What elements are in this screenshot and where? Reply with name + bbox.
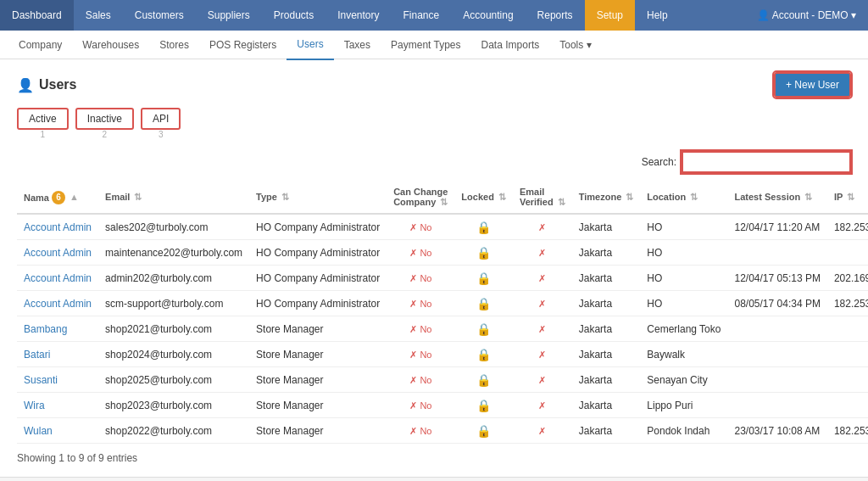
cell-timezone: Jakarta — [572, 291, 641, 316]
nav-accounting[interactable]: Accounting — [451, 0, 525, 31]
subnav-pos-registers[interactable]: POS Registers — [199, 31, 287, 59]
cell-email-verified: ✗ — [513, 240, 572, 266]
sort-icon-can-change[interactable]: ⇅ — [440, 197, 448, 207]
cell-email: shop2023@turboly.com — [98, 393, 249, 418]
search-input[interactable] — [682, 151, 851, 173]
sort-icon-type[interactable]: ⇅ — [281, 192, 289, 202]
cell-latest-session: 12/04/17 11:20 AM — [727, 214, 826, 240]
filter-inactive-wrapper: Inactive 2 — [75, 108, 134, 139]
table-row: Account Admin sales202@turboly.com HO Co… — [17, 214, 868, 240]
footer: Terms & Conditions turboly — [0, 477, 868, 481]
col-ip: IP ⇅ — [827, 182, 868, 214]
subnav-company[interactable]: Company — [8, 31, 72, 59]
cell-location: Lippo Puri — [640, 393, 727, 418]
x-icon-email-verified: ✗ — [538, 400, 546, 411]
sort-icon-email[interactable]: ⇅ — [134, 192, 142, 202]
cell-ip — [827, 342, 868, 367]
cell-ip — [827, 240, 868, 266]
subnav-tools[interactable]: Tools ▾ — [549, 31, 601, 59]
cell-locked: 🔒 — [454, 367, 513, 393]
cell-locked: 🔒 — [454, 291, 513, 316]
subnav-payment-types[interactable]: Payment Types — [381, 31, 471, 59]
no-text-can-change: No — [420, 400, 431, 411]
nav-suppliers[interactable]: Suppliers — [196, 0, 262, 31]
cell-type: HO Company Administrator — [249, 291, 387, 316]
nav-reports[interactable]: Reports — [526, 0, 585, 31]
cell-email-verified: ✗ — [513, 316, 572, 342]
cell-timezone: Jakarta — [572, 214, 641, 240]
sort-icon-ip[interactable]: ⇅ — [847, 192, 854, 202]
nav-dashboard[interactable]: Dashboard — [0, 0, 74, 31]
cell-latest-session — [727, 393, 826, 418]
filter-row: Active 1 Inactive 2 API 3 — [17, 108, 851, 139]
col-email: Email ⇅ — [98, 182, 249, 214]
x-icon-can-change: ✗ — [409, 375, 417, 385]
search-row: Search: — [17, 151, 851, 173]
cell-can-change: ✗ No — [387, 291, 454, 316]
nav-customers[interactable]: Customers — [123, 0, 196, 31]
sort-icon-email-verified[interactable]: ⇅ — [558, 197, 565, 207]
filter-active-button[interactable]: Active — [17, 108, 69, 130]
cell-email: shop2021@turboly.com — [98, 316, 249, 342]
cell-latest-session: 12/04/17 05:13 PM — [727, 266, 826, 291]
cell-can-change: ✗ No — [387, 342, 454, 367]
no-text-can-change: No — [420, 222, 431, 232]
table-row: Batari shop2024@turboly.com Store Manage… — [17, 342, 868, 367]
cell-name: Account Admin — [17, 291, 98, 316]
nav-inventory[interactable]: Inventory — [326, 0, 391, 31]
check-icon-locked: 🔒 — [476, 246, 491, 260]
cell-email-verified: ✗ — [513, 291, 572, 316]
cell-latest-session — [727, 316, 826, 342]
top-nav: Dashboard Sales Customers Suppliers Prod… — [0, 0, 868, 31]
nav-help[interactable]: Help — [635, 0, 680, 31]
cell-name: Account Admin — [17, 240, 98, 266]
cell-name: Wulan — [17, 418, 98, 444]
subnav-data-imports[interactable]: Data Imports — [471, 31, 550, 59]
new-user-button[interactable]: + New User — [774, 72, 851, 98]
subnav-stores[interactable]: Stores — [149, 31, 199, 59]
x-icon-email-verified: ✗ — [538, 426, 546, 436]
cell-ip: 202.169.47.210 — [827, 266, 868, 291]
filter-inactive-button[interactable]: Inactive — [75, 108, 134, 130]
table-row: Account Admin admin202@turboly.com HO Co… — [17, 266, 868, 291]
cell-ip: 182.253.212.5 — [827, 291, 868, 316]
col-latest-session: Latest Session ⇅ — [727, 182, 826, 214]
sort-icon-location[interactable]: ⇅ — [690, 192, 698, 202]
cell-timezone: Jakarta — [572, 316, 641, 342]
cell-type: HO Company Administrator — [249, 240, 387, 266]
sort-icon-locked[interactable]: ⇅ — [498, 192, 506, 202]
x-icon-can-change: ✗ — [409, 350, 417, 360]
nav-products[interactable]: Products — [262, 0, 326, 31]
cell-location: Pondok Indah — [640, 418, 727, 444]
nav-setup[interactable]: Setup — [585, 0, 635, 31]
table-header-row: Nama 6 ▲ Email ⇅ Type ⇅ Can ChangeCompan… — [17, 182, 868, 214]
no-text-can-change: No — [420, 324, 431, 334]
check-icon-locked: 🔒 — [476, 373, 491, 387]
cell-timezone: Jakarta — [572, 240, 641, 266]
cell-ip — [827, 316, 868, 342]
cell-locked: 🔒 — [454, 266, 513, 291]
sort-icon-nama[interactable]: ▲ — [70, 192, 79, 202]
cell-locked: 🔒 — [454, 214, 513, 240]
nav-finance[interactable]: Finance — [392, 0, 452, 31]
cell-type: HO Company Administrator — [249, 266, 387, 291]
subnav-taxes[interactable]: Taxes — [334, 31, 381, 59]
users-table: Nama 6 ▲ Email ⇅ Type ⇅ Can ChangeCompan… — [17, 182, 868, 444]
col-nama: Nama 6 ▲ — [17, 182, 98, 214]
sort-icon-latest-session[interactable]: ⇅ — [804, 192, 812, 202]
nav-sales[interactable]: Sales — [74, 0, 123, 31]
cell-location: Senayan City — [640, 367, 727, 393]
subnav-users[interactable]: Users — [287, 30, 333, 60]
x-icon-email-verified: ✗ — [538, 248, 546, 258]
sort-icon-timezone[interactable]: ⇅ — [626, 192, 633, 202]
x-icon-email-verified: ✗ — [538, 299, 546, 309]
cell-location: HO — [640, 266, 727, 291]
x-icon-email-verified: ✗ — [538, 222, 546, 232]
subnav-warehouses[interactable]: Warehouses — [72, 31, 149, 59]
cell-timezone: Jakarta — [572, 418, 641, 444]
col-location: Location ⇅ — [640, 182, 727, 214]
filter-api-button[interactable]: API — [141, 108, 181, 130]
account-menu[interactable]: 👤 Account - DEMO ▾ — [745, 9, 868, 21]
check-icon-locked: 🔒 — [476, 297, 491, 310]
cell-ip: 182.253.212.15 — [827, 214, 868, 240]
